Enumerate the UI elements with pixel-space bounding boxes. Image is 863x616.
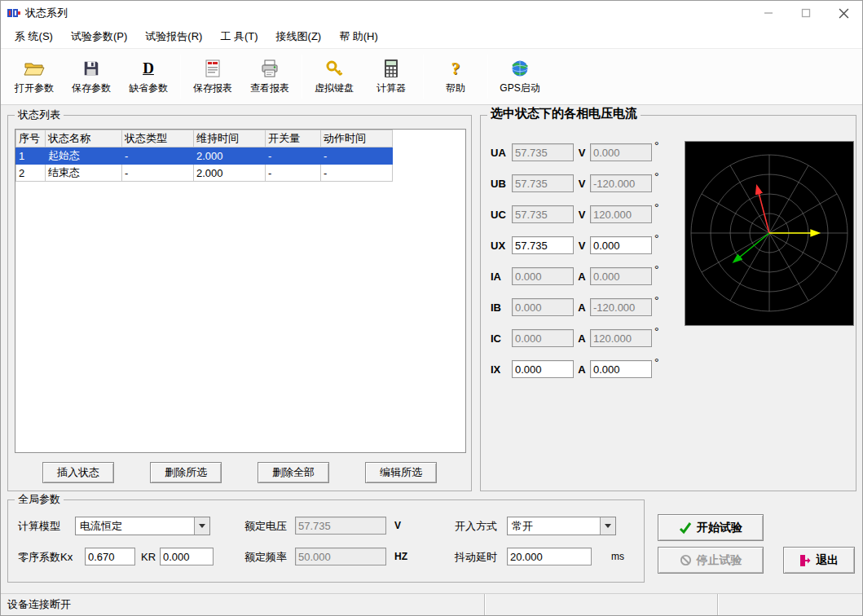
insert-state-button[interactable]: 插入状态	[42, 462, 114, 483]
exit-label: 退出	[816, 553, 839, 568]
col-header[interactable]: 状态名称	[46, 130, 122, 147]
degree-symbol: °	[654, 294, 659, 307]
menu-test-report[interactable]: 试验报告(R)	[136, 26, 211, 47]
col-header[interactable]: 开关量	[266, 130, 321, 147]
chevron-down-icon[interactable]	[194, 517, 209, 535]
cell[interactable]: -	[321, 165, 393, 182]
ic-magnitude-input	[512, 329, 574, 347]
start-test-button[interactable]: 开始试验	[658, 514, 764, 541]
state-table: 序号 状态名称 状态类型 维持时间 开关量 动作时间 1 起始态 - 2.000…	[15, 130, 393, 182]
phase-label: IB	[491, 301, 512, 314]
kr-input[interactable]	[160, 548, 214, 565]
toolbar-label: 缺省参数	[129, 81, 168, 95]
check-icon	[679, 521, 692, 535]
cell[interactable]: 起始态	[46, 147, 122, 165]
cell[interactable]: 2.000	[194, 165, 266, 182]
phasor-vector-uc	[757, 187, 769, 233]
edit-selected-button[interactable]: 编辑所选	[365, 462, 437, 483]
status-panel-3	[718, 594, 862, 615]
calculator-button[interactable]: 计算器	[363, 51, 420, 102]
phase-panel-title: 选中状态下的各相电压电流	[487, 107, 641, 120]
status-connection-panel: 设备连接断开	[1, 594, 485, 615]
jitter-input[interactable]	[507, 548, 592, 565]
rated-voltage-unit: V	[394, 517, 401, 535]
jitter-label: 抖动延时	[455, 548, 497, 566]
cell[interactable]: -	[321, 147, 393, 165]
input-mode-combo[interactable]: 常开	[507, 517, 616, 535]
cell[interactable]: -	[266, 165, 321, 182]
toolbar-separator	[423, 55, 424, 99]
phase-unit: V	[574, 209, 590, 221]
default-params-button[interactable]: D 缺省参数	[120, 51, 177, 102]
help-icon: ?	[451, 58, 460, 79]
menu-wiring-diagram[interactable]: 接线图(Z)	[267, 26, 331, 47]
table-row-selected[interactable]: 1 起始态 - 2.000 - -	[16, 147, 393, 165]
maximize-button[interactable]	[787, 1, 825, 25]
col-header[interactable]: 序号	[16, 130, 46, 147]
cell[interactable]: -	[122, 165, 194, 182]
ux-magnitude-input[interactable]	[512, 236, 574, 254]
col-header[interactable]: 状态类型	[122, 130, 194, 147]
ux-angle-input[interactable]	[590, 236, 652, 254]
ua-magnitude-input	[512, 143, 574, 161]
chevron-down-icon[interactable]	[600, 517, 615, 535]
view-report-button[interactable]: 查看报表	[241, 51, 298, 102]
phase-label: UC	[491, 209, 512, 221]
menu-tools[interactable]: 工 具(T)	[211, 26, 266, 47]
rated-freq-input	[295, 548, 386, 565]
close-button[interactable]	[825, 1, 862, 25]
phase-row-ua: UA V °	[491, 143, 659, 161]
cell[interactable]: 2.000	[194, 147, 266, 165]
degree-symbol: °	[654, 325, 659, 338]
input-mode-label: 开入方式	[455, 517, 497, 535]
stop-circle-icon	[680, 554, 692, 566]
phase-row-ix: IX A °	[491, 360, 659, 378]
degree-symbol: °	[654, 139, 659, 152]
toolbar-label: 虚拟键盘	[315, 81, 354, 95]
zero-seq-input[interactable]	[85, 548, 135, 565]
exit-button[interactable]: 退出	[783, 547, 855, 574]
state-list-group: 状态列表 序号 状态名称 状态类型 维持时间 开关量 动作时间 1	[7, 115, 472, 491]
menu-test-params[interactable]: 试验参数(P)	[62, 26, 136, 47]
cell[interactable]: -	[266, 147, 321, 165]
col-header[interactable]: 维持时间	[194, 130, 266, 147]
ix-magnitude-input[interactable]	[512, 360, 574, 378]
degree-symbol: °	[654, 170, 659, 183]
window-controls	[750, 1, 862, 25]
uc-magnitude-input	[512, 205, 574, 223]
cell[interactable]: -	[122, 147, 194, 165]
rated-voltage-label: 额定电压	[244, 517, 287, 535]
delete-all-button[interactable]: 删除全部	[258, 462, 329, 483]
cell[interactable]: 1	[16, 147, 46, 165]
ix-angle-input[interactable]	[590, 360, 652, 378]
menu-system[interactable]: 系 统(S)	[6, 26, 62, 47]
help-button[interactable]: ? 帮助	[427, 51, 484, 102]
toolbar-label: 保存参数	[72, 81, 111, 95]
degree-symbol: °	[654, 232, 659, 245]
ub-magnitude-input	[512, 174, 574, 192]
status-panel-2	[485, 594, 718, 615]
status-text: 设备连接断开	[7, 597, 71, 612]
col-header[interactable]: 动作时间	[321, 130, 393, 147]
state-table-area: 序号 状态名称 状态类型 维持时间 开关量 动作时间 1 起始态 - 2.000…	[15, 129, 466, 453]
phase-row-ic: IC A °	[491, 329, 659, 347]
save-report-button[interactable]: 保存报表	[184, 51, 241, 102]
maximize-icon	[801, 8, 811, 18]
open-params-button[interactable]: 打开参数	[6, 51, 63, 102]
table-row[interactable]: 2 结束态 - 2.000 - -	[16, 165, 393, 182]
delete-selected-button[interactable]: 删除所选	[150, 462, 222, 483]
phase-label: UX	[491, 240, 512, 252]
kr-label: KR	[141, 548, 156, 566]
virtual-keyboard-button[interactable]: 虚拟键盘	[306, 51, 363, 102]
minimize-button[interactable]	[750, 1, 787, 25]
calc-model-combo[interactable]: 电流恒定	[75, 517, 210, 535]
menu-help[interactable]: 帮 助(H)	[330, 26, 387, 47]
exit-door-icon	[799, 554, 811, 567]
cell[interactable]: 2	[16, 165, 46, 182]
cell[interactable]: 结束态	[46, 165, 122, 182]
phase-row-ia: IA A °	[491, 267, 659, 285]
gps-start-button[interactable]: GPS启动	[491, 51, 548, 102]
window-title: 状态系列	[25, 6, 68, 20]
phase-label: IA	[491, 271, 512, 283]
save-params-button[interactable]: 保存参数	[63, 51, 120, 102]
